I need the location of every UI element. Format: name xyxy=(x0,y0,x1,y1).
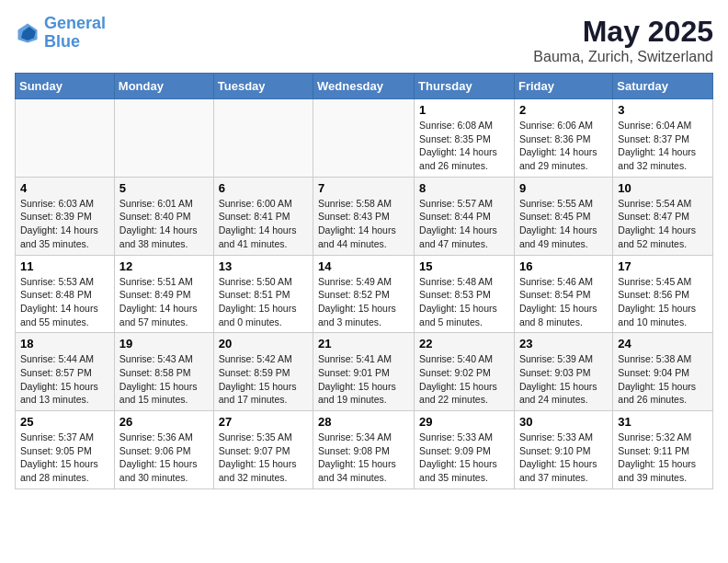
day-info: Sunrise: 6:06 AM Sunset: 8:36 PM Dayligh… xyxy=(519,119,608,173)
day-info: Sunrise: 5:32 AM Sunset: 9:11 PM Dayligh… xyxy=(618,431,708,485)
day-number: 24 xyxy=(618,337,708,350)
day-number: 21 xyxy=(318,337,409,350)
week-row-2: 4Sunrise: 6:03 AM Sunset: 8:39 PM Daylig… xyxy=(16,177,713,255)
header-sunday: Sunday xyxy=(16,74,115,99)
calendar-cell: 25Sunrise: 5:37 AM Sunset: 9:05 PM Dayli… xyxy=(16,411,115,489)
day-info: Sunrise: 5:57 AM Sunset: 8:44 PM Dayligh… xyxy=(419,197,509,251)
logo-text: General Blue xyxy=(44,15,106,52)
day-number: 11 xyxy=(20,259,109,273)
day-info: Sunrise: 5:54 AM Sunset: 8:47 PM Dayligh… xyxy=(618,197,708,251)
calendar-cell xyxy=(16,99,115,178)
day-info: Sunrise: 5:50 AM Sunset: 8:51 PM Dayligh… xyxy=(219,275,308,329)
day-number: 29 xyxy=(419,415,509,429)
day-number: 20 xyxy=(219,337,308,350)
day-number: 6 xyxy=(219,181,308,195)
day-number: 3 xyxy=(618,103,708,117)
logo: General Blue xyxy=(15,15,106,52)
day-info: Sunrise: 5:35 AM Sunset: 9:07 PM Dayligh… xyxy=(219,431,308,485)
day-info: Sunrise: 5:33 AM Sunset: 9:10 PM Dayligh… xyxy=(519,431,608,485)
calendar-cell: 5Sunrise: 6:01 AM Sunset: 8:40 PM Daylig… xyxy=(114,177,213,255)
day-number: 13 xyxy=(219,259,308,273)
calendar-cell: 4Sunrise: 6:03 AM Sunset: 8:39 PM Daylig… xyxy=(16,177,115,255)
day-info: Sunrise: 5:48 AM Sunset: 8:53 PM Dayligh… xyxy=(419,275,509,329)
calendar-cell: 9Sunrise: 5:55 AM Sunset: 8:45 PM Daylig… xyxy=(514,177,612,255)
day-info: Sunrise: 5:33 AM Sunset: 9:09 PM Dayligh… xyxy=(419,431,509,485)
day-number: 10 xyxy=(618,181,708,195)
day-number: 14 xyxy=(318,259,409,273)
week-row-5: 25Sunrise: 5:37 AM Sunset: 9:05 PM Dayli… xyxy=(16,411,713,489)
calendar-cell: 2Sunrise: 6:06 AM Sunset: 8:36 PM Daylig… xyxy=(514,99,612,178)
calendar-cell: 17Sunrise: 5:45 AM Sunset: 8:56 PM Dayli… xyxy=(613,255,713,333)
logo-icon xyxy=(15,20,40,46)
day-number: 31 xyxy=(618,415,708,429)
calendar-cell xyxy=(114,99,213,178)
calendar-cell: 15Sunrise: 5:48 AM Sunset: 8:53 PM Dayli… xyxy=(415,255,515,333)
week-row-4: 18Sunrise: 5:44 AM Sunset: 8:57 PM Dayli… xyxy=(16,333,713,411)
day-info: Sunrise: 5:34 AM Sunset: 9:08 PM Dayligh… xyxy=(318,431,409,485)
day-number: 30 xyxy=(519,415,608,429)
day-number: 16 xyxy=(519,259,608,273)
day-number: 4 xyxy=(20,181,109,195)
day-number: 25 xyxy=(20,415,109,429)
day-info: Sunrise: 6:00 AM Sunset: 8:41 PM Dayligh… xyxy=(219,197,308,251)
day-info: Sunrise: 6:04 AM Sunset: 8:37 PM Dayligh… xyxy=(618,119,708,173)
calendar-cell: 22Sunrise: 5:40 AM Sunset: 9:02 PM Dayli… xyxy=(415,333,515,411)
calendar-cell: 7Sunrise: 5:58 AM Sunset: 8:43 PM Daylig… xyxy=(313,177,415,255)
day-info: Sunrise: 5:46 AM Sunset: 8:54 PM Dayligh… xyxy=(519,275,608,329)
calendar-cell: 31Sunrise: 5:32 AM Sunset: 9:11 PM Dayli… xyxy=(613,411,713,489)
calendar-cell: 27Sunrise: 5:35 AM Sunset: 9:07 PM Dayli… xyxy=(213,411,313,489)
page-header: General Blue May 2025 Bauma, Zurich, Swi… xyxy=(15,15,713,65)
calendar-cell: 1Sunrise: 6:08 AM Sunset: 8:35 PM Daylig… xyxy=(415,99,515,178)
header-wednesday: Wednesday xyxy=(313,74,415,99)
day-info: Sunrise: 5:58 AM Sunset: 8:43 PM Dayligh… xyxy=(318,197,409,251)
header-thursday: Thursday xyxy=(415,74,515,99)
calendar-cell xyxy=(313,99,415,178)
calendar-cell: 19Sunrise: 5:43 AM Sunset: 8:58 PM Dayli… xyxy=(114,333,213,411)
day-info: Sunrise: 5:36 AM Sunset: 9:06 PM Dayligh… xyxy=(119,431,209,485)
calendar-cell: 29Sunrise: 5:33 AM Sunset: 9:09 PM Dayli… xyxy=(415,411,515,489)
day-number: 12 xyxy=(119,259,209,273)
calendar-cell: 26Sunrise: 5:36 AM Sunset: 9:06 PM Dayli… xyxy=(114,411,213,489)
page-title: May 2025 xyxy=(533,15,713,49)
calendar-cell: 3Sunrise: 6:04 AM Sunset: 8:37 PM Daylig… xyxy=(613,99,713,178)
day-number: 1 xyxy=(419,103,509,117)
day-info: Sunrise: 5:38 AM Sunset: 9:04 PM Dayligh… xyxy=(618,352,708,407)
day-info: Sunrise: 5:49 AM Sunset: 8:52 PM Dayligh… xyxy=(318,275,409,329)
calendar-cell: 18Sunrise: 5:44 AM Sunset: 8:57 PM Dayli… xyxy=(16,333,115,411)
day-info: Sunrise: 5:55 AM Sunset: 8:45 PM Dayligh… xyxy=(519,197,608,251)
day-info: Sunrise: 6:08 AM Sunset: 8:35 PM Dayligh… xyxy=(419,119,509,173)
calendar-table: SundayMondayTuesdayWednesdayThursdayFrid… xyxy=(15,73,713,489)
day-number: 18 xyxy=(20,337,109,350)
header-saturday: Saturday xyxy=(613,74,713,99)
calendar-cell: 13Sunrise: 5:50 AM Sunset: 8:51 PM Dayli… xyxy=(213,255,313,333)
week-row-3: 11Sunrise: 5:53 AM Sunset: 8:48 PM Dayli… xyxy=(16,255,713,333)
day-number: 26 xyxy=(119,415,209,429)
calendar-cell: 30Sunrise: 5:33 AM Sunset: 9:10 PM Dayli… xyxy=(514,411,612,489)
day-number: 23 xyxy=(519,337,608,350)
day-number: 27 xyxy=(219,415,308,429)
header-monday: Monday xyxy=(114,74,213,99)
calendar-cell: 23Sunrise: 5:39 AM Sunset: 9:03 PM Dayli… xyxy=(514,333,612,411)
calendar-cell: 10Sunrise: 5:54 AM Sunset: 8:47 PM Dayli… xyxy=(613,177,713,255)
day-info: Sunrise: 5:42 AM Sunset: 8:59 PM Dayligh… xyxy=(219,352,308,407)
calendar-cell: 8Sunrise: 5:57 AM Sunset: 8:44 PM Daylig… xyxy=(415,177,515,255)
day-number: 5 xyxy=(119,181,209,195)
day-info: Sunrise: 6:01 AM Sunset: 8:40 PM Dayligh… xyxy=(119,197,209,251)
day-info: Sunrise: 5:37 AM Sunset: 9:05 PM Dayligh… xyxy=(20,431,109,485)
calendar-cell: 12Sunrise: 5:51 AM Sunset: 8:49 PM Dayli… xyxy=(114,255,213,333)
calendar-cell: 24Sunrise: 5:38 AM Sunset: 9:04 PM Dayli… xyxy=(613,333,713,411)
day-info: Sunrise: 5:39 AM Sunset: 9:03 PM Dayligh… xyxy=(519,352,608,407)
day-info: Sunrise: 5:44 AM Sunset: 8:57 PM Dayligh… xyxy=(20,352,109,407)
day-info: Sunrise: 5:41 AM Sunset: 9:01 PM Dayligh… xyxy=(318,352,409,407)
logo-line2: Blue xyxy=(44,32,80,51)
header-tuesday: Tuesday xyxy=(213,74,313,99)
day-number: 19 xyxy=(119,337,209,350)
calendar-header-row: SundayMondayTuesdayWednesdayThursdayFrid… xyxy=(16,74,713,99)
logo-line1: General xyxy=(44,14,106,32)
day-info: Sunrise: 5:45 AM Sunset: 8:56 PM Dayligh… xyxy=(618,275,708,329)
day-number: 7 xyxy=(318,181,409,195)
day-number: 28 xyxy=(318,415,409,429)
day-number: 22 xyxy=(419,337,509,350)
calendar-cell: 11Sunrise: 5:53 AM Sunset: 8:48 PM Dayli… xyxy=(16,255,115,333)
title-block: May 2025 Bauma, Zurich, Switzerland xyxy=(533,15,713,65)
